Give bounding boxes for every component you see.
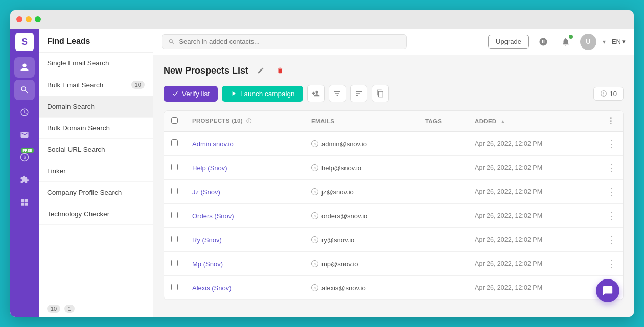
date-cell-0: Apr 26, 2022, 12:02 PM <box>468 131 600 156</box>
language-selector[interactable]: EN ▾ <box>612 38 626 45</box>
row-checkbox-1[interactable] <box>171 164 178 170</box>
sidebar-item-company-profile[interactable]: Company Profile Search <box>39 182 153 203</box>
sidebar-item-domain-search[interactable]: Domain Search <box>39 96 153 118</box>
add-contact-button[interactable] <box>307 85 325 102</box>
free-badge: FREE <box>21 148 34 153</box>
email-cell-4: ○ ry@snov.io <box>311 236 411 244</box>
date-cell-2: Apr 26, 2022, 12:02 PM <box>468 180 600 204</box>
bottom-badge-2: 1 <box>64 305 75 313</box>
row-more-2[interactable]: ⋮ <box>600 180 623 204</box>
topbar: Upgrade U ▾ EN ▾ <box>153 29 634 55</box>
more-options-icon[interactable]: ⋮ <box>607 116 615 125</box>
bottom-badge-1: 10 <box>47 305 60 313</box>
sidebar-icon-grid[interactable] <box>14 192 35 213</box>
prospects-sort-icon[interactable]: ⓘ <box>246 118 251 124</box>
prospect-name-0[interactable]: Admin snov.io <box>192 140 234 148</box>
sidebar-item-technology-checker[interactable]: Technology Checker <box>39 203 153 225</box>
maximize-button[interactable] <box>35 16 41 22</box>
prospects-header: New Prospects List <box>164 63 624 78</box>
prospect-name-2[interactable]: Jz (Snov) <box>192 188 220 196</box>
row-more-1[interactable]: ⋮ <box>600 156 623 180</box>
table-row: Mp (Snov) ○ mp@snov.io Apr 26, 2022, 12:… <box>164 252 623 276</box>
email-status-icon-6: ○ <box>311 284 318 291</box>
sidebar-icon-search[interactable] <box>14 80 35 100</box>
row-more-0[interactable]: ⋮ <box>600 131 623 156</box>
search-box[interactable] <box>162 34 407 49</box>
tags-cell-1 <box>418 156 468 180</box>
email-cell-3: ○ orders@snov.io <box>311 212 411 220</box>
row-more-5[interactable]: ⋮ <box>600 252 623 276</box>
sidebar-icon-puzzle[interactable] <box>14 170 35 190</box>
nav-header: Find Leads <box>39 29 153 53</box>
prospect-name-4[interactable]: Ry (Snov) <box>192 236 222 244</box>
email-status-icon-1: ○ <box>311 164 318 171</box>
launch-campaign-button[interactable]: Launch campaign <box>222 86 303 102</box>
lang-chevron-icon: ▾ <box>622 38 626 45</box>
table-row: Jz (Snov) ○ jz@snov.io Apr 26, 2022, 12:… <box>164 180 623 204</box>
upgrade-button[interactable]: Upgrade <box>488 35 529 49</box>
settings-icon[interactable] <box>535 34 551 50</box>
table-row: Alexis (Snov) ○ alexis@snov.io Apr 26, 2… <box>164 276 623 300</box>
row-more-3[interactable]: ⋮ <box>600 204 623 228</box>
sort-button[interactable] <box>350 85 367 102</box>
tags-cell-0 <box>418 131 468 156</box>
titlebar <box>10 10 634 29</box>
avatar[interactable]: U <box>580 34 596 50</box>
date-cell-4: Apr 26, 2022, 12:02 PM <box>468 228 600 252</box>
row-checkbox-0[interactable] <box>171 139 178 146</box>
chat-button[interactable] <box>596 279 619 302</box>
select-all-checkbox[interactable] <box>171 117 178 124</box>
sidebar-icon-clock[interactable] <box>14 102 35 123</box>
toolbar: Verify list Launch campaign <box>164 85 624 102</box>
email-status-icon-0: ○ <box>311 140 318 147</box>
search-input[interactable] <box>179 38 400 45</box>
prospect-name-5[interactable]: Mp (Snov) <box>192 260 223 268</box>
sidebar-icon-dollar[interactable]: FREE $ <box>14 147 35 168</box>
date-cell-5: Apr 26, 2022, 12:02 PM <box>468 252 600 276</box>
date-cell-6: Apr 26, 2022, 12:02 PM <box>468 276 600 300</box>
tags-cell-6 <box>418 276 468 300</box>
email-value-2: jz@snov.io <box>321 188 354 196</box>
prospect-name-3[interactable]: Orders (Snov) <box>192 212 234 220</box>
nav-sidebar: Find Leads Single Email Search Bulk Emai… <box>39 29 153 317</box>
added-sort-icon[interactable]: ▲ <box>500 119 505 124</box>
chevron-down-icon[interactable]: ▾ <box>603 38 606 45</box>
prospect-name-6[interactable]: Alexis (Snov) <box>192 284 232 292</box>
sidebar-item-bulk-email[interactable]: Bulk Email Search 10 <box>39 74 153 96</box>
email-value-5: mp@snov.io <box>321 260 358 268</box>
minimize-button[interactable] <box>26 16 32 22</box>
email-value-0: admin@snov.io <box>321 140 367 148</box>
edit-title-button[interactable] <box>254 63 268 78</box>
email-value-4: ry@snov.io <box>321 236 354 244</box>
row-checkbox-2[interactable] <box>171 188 178 194</box>
row-checkbox-3[interactable] <box>171 212 178 218</box>
app-logo[interactable]: S <box>15 33 34 51</box>
row-more-4[interactable]: ⋮ <box>600 228 623 252</box>
row-checkbox-6[interactable] <box>171 284 178 290</box>
date-cell-1: Apr 26, 2022, 12:02 PM <box>468 156 600 180</box>
prospect-name-1[interactable]: Help (Snov) <box>192 164 227 172</box>
notification-dot <box>569 35 573 39</box>
delete-list-button[interactable] <box>273 63 287 78</box>
close-button[interactable] <box>16 16 22 22</box>
app-body: S FREE $ <box>10 29 634 317</box>
col-tags: TAGS <box>418 111 468 131</box>
filter-button[interactable] <box>329 85 346 102</box>
sidebar-item-linker[interactable]: Linker <box>39 160 153 182</box>
sidebar-item-social-url[interactable]: Social URL Search <box>39 139 153 160</box>
sidebar-item-bulk-domain[interactable]: Bulk Domain Search <box>39 118 153 139</box>
table-row: Admin snov.io ○ admin@snov.io Apr 26, 20… <box>164 131 623 156</box>
row-checkbox-4[interactable] <box>171 236 178 242</box>
email-value-6: alexis@snov.io <box>321 284 366 292</box>
sidebar-item-single-email[interactable]: Single Email Search <box>39 53 153 74</box>
verify-list-button[interactable]: Verify list <box>164 86 218 102</box>
search-icon <box>168 38 175 45</box>
row-checkbox-5[interactable] <box>171 260 178 266</box>
sidebar-icon-person[interactable] <box>14 57 35 78</box>
sidebar-icon-mail[interactable] <box>14 125 35 145</box>
bulk-email-badge: 10 <box>131 81 145 89</box>
email-cell-6: ○ alexis@snov.io <box>311 284 411 292</box>
copy-button[interactable] <box>372 85 389 102</box>
notification-icon[interactable] <box>558 34 574 50</box>
tags-cell-2 <box>418 180 468 204</box>
